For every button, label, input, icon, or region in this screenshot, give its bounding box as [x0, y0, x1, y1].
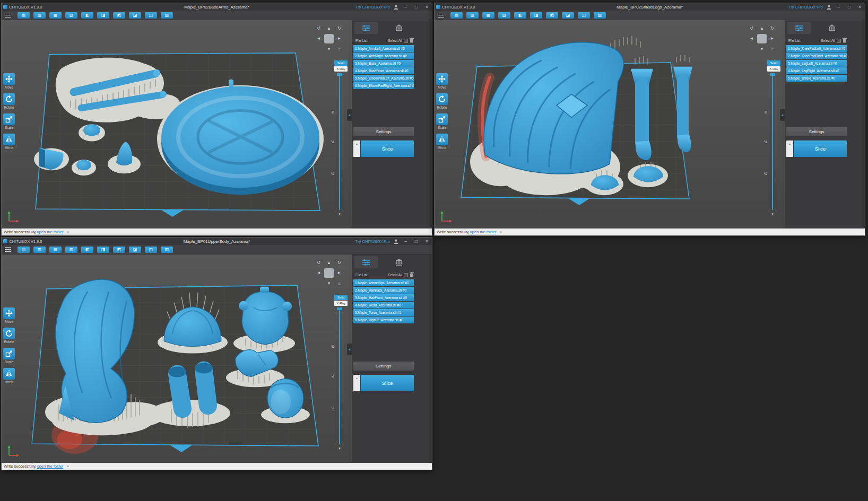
select-all-checkbox[interactable]	[404, 273, 408, 277]
move-tool[interactable]: Move	[436, 73, 448, 89]
toolbar-button-4[interactable]: ▧	[498, 12, 510, 19]
user-account-icon[interactable]	[827, 2, 831, 12]
pan-right-icon[interactable]: ►	[767, 33, 777, 43]
toolbar-button-3[interactable]: ▦	[49, 247, 62, 253]
move-tool[interactable]: Move	[3, 307, 15, 323]
scale-tool[interactable]: Scale	[3, 348, 15, 364]
mirror-tool[interactable]: Mirror	[3, 134, 15, 150]
model-shield[interactable]	[484, 42, 623, 174]
viewport-3d[interactable]: Move Rotate Scale Mirror ↺ ▲ ↻	[2, 254, 352, 463]
pan-down-icon[interactable]: ▼	[324, 278, 334, 288]
slider-handle[interactable]	[337, 73, 342, 76]
layer-height-slider[interactable]: ▲ ¾ ½ ¼ ▼	[337, 73, 342, 210]
slider-down-icon[interactable]: ▼	[337, 447, 342, 450]
rotate-ccw-icon[interactable]: ↺	[314, 23, 324, 33]
home-view-button[interactable]	[757, 34, 766, 43]
file-list-item[interactable]: 6.Maple_Hips02_Azerama.stl #0	[353, 317, 414, 323]
toolbar-button-1[interactable]: ▤	[18, 247, 30, 253]
scale-tool[interactable]: Scale	[436, 113, 448, 129]
slider-track[interactable]	[339, 73, 340, 210]
rotate-tool[interactable]: Rotate	[436, 93, 448, 109]
solid-view-button[interactable]: Solid	[334, 295, 348, 300]
home-view-button[interactable]	[324, 34, 333, 43]
file-list-item[interactable]: 4.Maple_BaseFront_Azerama.stl #0	[353, 67, 414, 74]
try-pro-link[interactable]: Try CHITUBOX Pro	[788, 5, 823, 10]
toolbar-button-7[interactable]: ◩	[546, 12, 558, 19]
tab-machine[interactable]	[820, 22, 844, 34]
open-folder-link[interactable]: open the folder	[470, 230, 496, 234]
toolbar-button-10[interactable]: ▨	[594, 12, 606, 19]
file-list-item[interactable]: 5.Maple_Shield_Azerama.stl #0	[786, 75, 847, 82]
tab-slice-settings[interactable]	[787, 22, 811, 34]
open-folder-link[interactable]: open the folder	[37, 464, 63, 469]
toolbar-button-6[interactable]: ◨	[97, 12, 109, 19]
file-list-item[interactable]: 2.Maple_KneePadRight_Azerama.stl #0	[786, 52, 847, 59]
solid-view-button[interactable]: Solid	[334, 60, 348, 66]
toolbar-button-10[interactable]: ▨	[161, 12, 173, 19]
file-list-item[interactable]: 1.Maple_KneePadLeft_Azerama.stl #0	[786, 45, 847, 52]
viewport-3d-scene[interactable]	[2, 254, 352, 463]
status-dismiss-icon[interactable]: ×	[66, 464, 69, 469]
maximize-button[interactable]: □	[413, 3, 420, 11]
slice-side-toggle[interactable]: ▴	[786, 140, 793, 157]
fit-view-icon[interactable]: ⌂	[334, 44, 344, 54]
maximize-button[interactable]: □	[846, 3, 853, 11]
toolbar-button-2[interactable]: ▥	[466, 12, 479, 19]
model-head[interactable]	[267, 379, 303, 418]
menu-icon[interactable]	[438, 13, 444, 17]
toolbar-button-9[interactable]: ◫	[578, 12, 590, 19]
rotate-ccw-icon[interactable]: ↺	[747, 23, 757, 33]
minimize-button[interactable]: –	[835, 3, 842, 11]
minimize-button[interactable]: –	[402, 238, 409, 245]
status-dismiss-icon[interactable]: ×	[66, 230, 69, 234]
toolbar-button-4[interactable]: ▧	[65, 12, 77, 19]
toolbar-button-1[interactable]: ▤	[450, 12, 463, 19]
maximize-button[interactable]: □	[413, 238, 420, 245]
pan-left-icon[interactable]: ◄	[314, 268, 324, 278]
slider-up-icon[interactable]: ▲	[770, 67, 775, 71]
model-hair-back[interactable]	[56, 279, 134, 423]
select-all-checkbox[interactable]	[404, 39, 408, 43]
file-list-item[interactable]: 2.Maple_HairBack_Azerama.stl #0	[353, 287, 414, 294]
toolbar-button-3[interactable]: ▦	[482, 12, 494, 19]
file-list-item[interactable]: 6.Maple_ElbowPadRight_Azerama.stl #0	[353, 82, 414, 89]
rotate-ccw-icon[interactable]: ↺	[314, 258, 324, 268]
toolbar-button-3[interactable]: ▦	[49, 12, 62, 19]
tab-machine[interactable]	[387, 256, 411, 268]
file-list-item[interactable]: 2.Maple_ArmRight_Azerama.stl #0	[353, 52, 414, 59]
slice-button[interactable]: Slice	[361, 375, 414, 391]
pan-down-icon[interactable]: ▼	[757, 44, 767, 54]
viewport-3d-scene[interactable]	[435, 20, 785, 228]
viewport-3d[interactable]: Move Rotate Scale Mirror ↺ ▲ ↻	[2, 20, 352, 228]
fit-view-icon[interactable]: ⌂	[767, 44, 777, 54]
settings-button[interactable]: Settings	[353, 362, 414, 371]
try-pro-link[interactable]: Try CHITUBOX Pro	[355, 239, 390, 244]
settings-button[interactable]: Settings	[353, 127, 414, 136]
file-list-item[interactable]: 1.Maple_ArmLeft_Azerama.stl #0	[353, 45, 414, 52]
slider-up-icon[interactable]: ▲	[337, 302, 342, 305]
rotate-tool[interactable]: Rotate	[3, 93, 15, 109]
toolbar-button-6[interactable]: ◨	[97, 247, 109, 253]
user-account-icon[interactable]	[394, 2, 398, 12]
toolbar-button-1[interactable]: ▤	[18, 12, 30, 19]
file-list-item[interactable]: 5.Maple_ElbowPadLeft_Azerama.stl #0	[353, 75, 414, 82]
pan-up-icon[interactable]: ▲	[324, 23, 334, 33]
panel-collapse-handle[interactable]: ◄	[347, 344, 352, 355]
solid-view-button[interactable]: Solid	[767, 60, 780, 66]
rotate-cw-icon[interactable]: ↻	[334, 23, 344, 33]
slider-handle[interactable]	[337, 307, 342, 310]
home-view-button[interactable]	[324, 268, 333, 277]
slider-track[interactable]	[339, 307, 340, 444]
slider-handle[interactable]	[770, 73, 775, 76]
toolbar-button-10[interactable]: ▨	[161, 247, 173, 253]
file-list-item[interactable]: 3.Maple_HairFront_Azerama.stl #0	[353, 294, 414, 301]
pan-right-icon[interactable]: ►	[334, 268, 344, 278]
file-list-item[interactable]: 1.Maple_ArmorHips_Azerama.stl #0	[353, 279, 414, 286]
viewport-3d-scene[interactable]	[2, 20, 352, 228]
tab-slice-settings[interactable]	[354, 256, 378, 268]
layer-height-slider[interactable]: ▲ ¾ ½ ¼ ▼	[337, 307, 342, 444]
layer-height-slider[interactable]: ▲ ¾ ½ ¼ ▼	[770, 73, 775, 210]
pan-up-icon[interactable]: ▲	[324, 258, 334, 268]
toolbar-button-5[interactable]: ◧	[81, 12, 93, 19]
rotate-cw-icon[interactable]: ↻	[767, 23, 777, 33]
